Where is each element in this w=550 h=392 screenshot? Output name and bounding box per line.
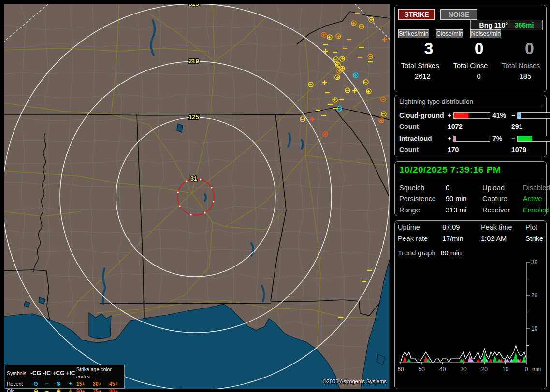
cloud-ground-count-row: Count 1072 291 xyxy=(399,123,542,130)
cg-plus-icon: ⊕ xyxy=(52,388,65,392)
distribution-panel: Lightning type distribution Cloud-ground… xyxy=(394,95,547,157)
receiver-label: Receiver xyxy=(482,206,523,214)
trend-panel: Uptime 87:09 Peak time Plot Peak rate 17… xyxy=(394,220,547,389)
intracloud-label: Intracloud xyxy=(399,135,448,142)
trend-graph-label: Trend graph xyxy=(398,249,435,257)
upload-status: Disabled xyxy=(523,184,550,192)
legend-recent-row: Recent ⊖−⊕+15+30+45+ xyxy=(7,380,123,388)
legend-old-row: Old ⊖−⊕+60+75+90+ xyxy=(7,388,123,392)
close-ring-dot xyxy=(204,212,205,213)
squelch-label: Squelch xyxy=(399,184,446,192)
range-label: Range xyxy=(399,206,446,214)
plot-label: Plot xyxy=(525,224,543,231)
close-per-min-value: 0 xyxy=(449,39,492,58)
legend-col-cg-neg: -CG xyxy=(30,370,42,377)
noise-toggle-button[interactable]: NOISE xyxy=(440,9,477,20)
strike-toggle-button[interactable]: STRIKE xyxy=(398,9,435,20)
y-tick-label: 10 xyxy=(531,325,538,332)
age-code-90plus: 90+ xyxy=(109,388,124,392)
peak-time-label: Peak time xyxy=(481,224,525,231)
close-ring-dot xyxy=(186,180,187,182)
age-code-75plus: 75+ xyxy=(93,388,109,392)
y-tick-label: 30 xyxy=(531,259,538,266)
peak-time-value: 1:02 AM xyxy=(481,235,525,242)
river xyxy=(205,194,206,201)
copyright-text: ©2005 Astrogenic Systems xyxy=(323,378,387,384)
cg-plus-icon: ⊕ xyxy=(52,380,65,388)
cg-positive-pct: 41% xyxy=(490,112,511,119)
close-ring-dot xyxy=(177,192,179,193)
x-tick-label: 30 xyxy=(460,366,467,373)
ring-label-125: 125 xyxy=(188,113,199,121)
intracloud-row: Intracloud + 7% − 41% xyxy=(399,135,542,142)
toolbar-row: STRIKE NOISE Bng 110° 366mi xyxy=(398,9,543,20)
capture-label: Capture xyxy=(482,195,523,203)
nexstorm-window: 31125219313 Symbols -CG -IC +CG +IC Stri… xyxy=(0,0,550,392)
capture-status: Active xyxy=(523,195,550,203)
cg-negative-bar xyxy=(517,112,550,119)
total-noises-value: 185 xyxy=(499,72,543,80)
ic-negative-bar xyxy=(517,136,550,142)
minus-sign: − xyxy=(511,135,517,142)
persistence-label: Persistence xyxy=(399,195,446,203)
upload-label: Upload xyxy=(482,184,523,192)
total-close-label: Total Close xyxy=(449,62,492,70)
x-axis-unit: min xyxy=(532,366,541,373)
bearing-readout: Bng 110° 366mi xyxy=(470,20,543,30)
age-code-30plus: 30+ xyxy=(93,380,109,388)
ic-minus-icon: − xyxy=(42,380,52,388)
total-values-row: 2612 0 185 xyxy=(398,70,543,80)
plus-sign: + xyxy=(448,135,453,142)
distribution-title: Lightning type distribution xyxy=(399,98,542,107)
ic-minus-icon: − xyxy=(42,388,52,392)
ring-label-313: 313 xyxy=(188,4,199,7)
count-label: Count xyxy=(399,123,448,130)
close-per-min-chip[interactable]: Close/min xyxy=(436,29,464,38)
legend-col-ic-neg: -IC xyxy=(42,370,52,377)
close-ring-dot xyxy=(200,179,201,180)
ring-label-219: 219 xyxy=(188,57,199,65)
noises-per-min-value: 0 xyxy=(499,39,543,58)
state-border xyxy=(100,303,271,304)
range-value: 313 mi xyxy=(446,206,482,214)
peak-rate-value: 17/min xyxy=(442,235,481,242)
ring-label-31: 31 xyxy=(190,175,197,182)
total-strikes-value: 2612 xyxy=(398,72,442,80)
total-labels-row: Total Strikes Total Close Total Noises xyxy=(398,58,543,70)
x-tick-label: 50 xyxy=(419,366,425,373)
trend-graph-row: Trend graph 60 min xyxy=(398,249,543,257)
age-code-45plus: 45+ xyxy=(109,380,124,388)
cg-positive-bar xyxy=(453,112,490,119)
strike-map[interactable]: 31125219313 xyxy=(4,4,390,389)
map-legend: Symbols -CG -IC +CG +IC Strike age color… xyxy=(5,365,125,389)
cg-minus-icon: ⊖ xyxy=(30,388,42,392)
legend-age-title: Strike age color codes xyxy=(76,366,124,380)
persistence-value: 90 min xyxy=(446,195,482,203)
legend-old-label: Old xyxy=(7,388,30,392)
noises-per-min-chip[interactable]: Noises/min xyxy=(470,29,501,38)
strikes-per-min-chip[interactable]: Strikes/min xyxy=(398,29,429,38)
plus-sign: + xyxy=(448,112,453,119)
legend-recent-label: Recent xyxy=(7,380,30,388)
intracloud-count-row: Count 170 1079 xyxy=(399,146,542,154)
close-ring-dot xyxy=(211,187,212,188)
total-noises-label: Total Noises xyxy=(499,62,543,70)
receiver-status: Enabled xyxy=(523,206,550,214)
ic-plus-icon: + xyxy=(65,380,76,388)
ic-positive-bar xyxy=(453,136,490,142)
x-tick-label: 20 xyxy=(481,366,488,373)
close-ring-dot xyxy=(213,201,214,202)
status-grid: Squelch 0 Upload Disabled Persistence 90… xyxy=(399,184,542,214)
water-body xyxy=(177,124,183,132)
cg-positive-count: 1072 xyxy=(448,123,511,130)
age-code-15plus: 15+ xyxy=(76,380,93,388)
bearing-distance: 366mi xyxy=(515,21,534,29)
cg-negative-count: 291 xyxy=(511,123,542,130)
cloud-ground-row: Cloud-ground + 41% − 11% xyxy=(399,112,542,119)
count-label: Count xyxy=(399,146,448,154)
ic-positive-count: 170 xyxy=(448,146,511,154)
rate-chips-row: Strikes/min Close/min Noises/min xyxy=(398,29,470,38)
y-tick-label: 20 xyxy=(531,292,538,299)
map-panel[interactable]: 31125219313 Symbols -CG -IC +CG +IC Stri… xyxy=(4,4,390,389)
peak-rate-label: Peak rate xyxy=(398,235,442,242)
